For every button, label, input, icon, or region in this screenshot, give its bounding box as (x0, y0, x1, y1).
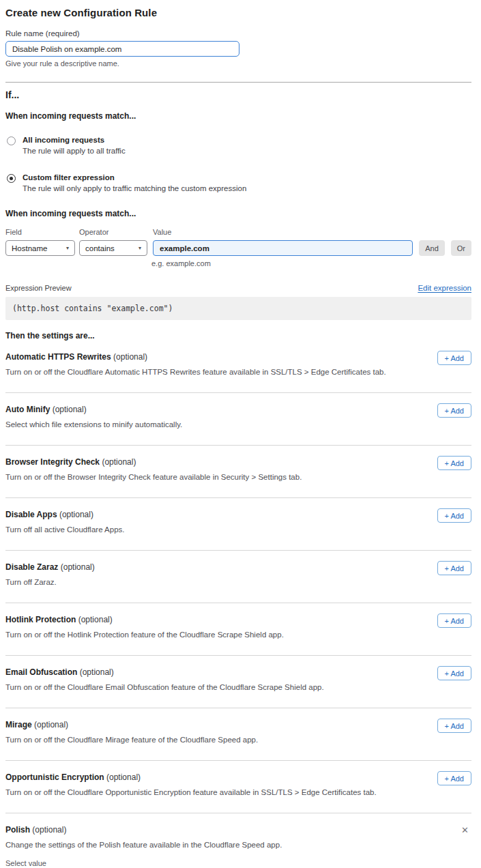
optional-tag: (optional) (102, 457, 136, 467)
setting-description: Turn on or off the Hotlink Protection fe… (5, 631, 284, 639)
add-button[interactable]: + Add (437, 771, 471, 785)
divider (5, 82, 471, 83)
add-button[interactable]: + Add (437, 613, 471, 628)
optional-tag: (optional) (113, 352, 147, 362)
radio-checked-icon[interactable] (7, 174, 16, 183)
optional-tag: (optional) (59, 510, 93, 519)
setting-description: Turn on or off the Cloudflare Opportunis… (5, 788, 377, 796)
setting-title: Browser Integrity Check (5, 457, 100, 467)
edit-expression-link[interactable]: Edit expression (418, 284, 471, 292)
add-button[interactable]: + Add (437, 403, 471, 418)
expression-preview-box: (http.host contains "example.com") (5, 297, 471, 320)
field-select-value: Hostname (12, 244, 47, 252)
value-label: Value (153, 228, 413, 236)
field-select[interactable]: Hostname ▾ (5, 240, 75, 256)
rule-name-input[interactable] (5, 41, 239, 57)
radio-option-custom-filter[interactable]: Custom filter expression The rule will o… (5, 173, 471, 192)
operator-label: Operator (79, 228, 147, 236)
setting-description: Select which file extensions to minify a… (5, 420, 182, 429)
setting-description: Turn off all active Cloudflare Apps. (5, 525, 125, 534)
setting-title: Hotlink Protection (5, 615, 76, 624)
optional-tag: (optional) (106, 772, 141, 782)
add-button[interactable]: + Add (437, 351, 471, 365)
setting-title: Disable Apps (5, 510, 57, 519)
setting-mirage: Mirage (optional) Turn on or off the Clo… (5, 708, 471, 760)
setting-auto-minify: Auto Minify (optional) Select which file… (5, 393, 471, 445)
setting-browser-integrity-check: Browser Integrity Check (optional) Turn … (5, 446, 471, 497)
setting-hotlink-protection: Hotlink Protection (optional) Turn on or… (5, 603, 471, 655)
setting-description: Change the settings of the Polish featur… (5, 841, 415, 849)
rule-name-helper: Give your rule a descriptive name. (5, 59, 471, 68)
chevron-down-icon: ▾ (66, 245, 69, 251)
add-button[interactable]: + Add (437, 456, 471, 470)
expression-code: (http.host contains "example.com") (12, 304, 173, 313)
setting-title: Email Obfuscation (5, 667, 77, 677)
optional-tag: (optional) (53, 405, 87, 414)
setting-opportunistic-encryption: Opportunistic Encryption (optional) Turn… (5, 761, 471, 813)
setting-description: Turn on or off the Cloudflare Automatic … (5, 368, 386, 376)
add-button[interactable]: + Add (437, 666, 471, 680)
expression-builder-row: Field Hostname ▾ Operator contains ▾ Val… (5, 228, 471, 256)
and-button[interactable]: And (419, 240, 445, 256)
add-button[interactable]: + Add (437, 719, 471, 733)
optional-tag: (optional) (78, 615, 113, 624)
radio-label: Custom filter expression (23, 173, 246, 182)
setting-description: Turn on or off the Cloudflare Email Obfu… (5, 683, 324, 691)
or-button[interactable]: Or (451, 240, 471, 256)
page-title: Create new Configuration Rule (5, 7, 471, 18)
add-button[interactable]: + Add (437, 508, 471, 523)
setting-title: Auto Minify (5, 405, 50, 414)
expression-builder-heading: When incoming requests match... (5, 209, 471, 218)
chevron-down-icon: ▾ (139, 245, 141, 251)
radio-unchecked-icon[interactable] (7, 136, 16, 145)
add-button[interactable]: + Add (437, 561, 471, 575)
if-heading: If... (5, 89, 471, 100)
optional-tag: (optional) (61, 562, 95, 572)
operator-select[interactable]: contains ▾ (79, 240, 147, 256)
value-input[interactable] (153, 240, 413, 256)
optional-tag: (optional) (32, 825, 66, 835)
setting-title: Disable Zaraz (5, 562, 58, 572)
rule-name-label: Rule name (required) (5, 29, 471, 38)
select-value-label: Select value (5, 859, 415, 867)
setting-polish: Polish (optional) Change the settings of… (5, 813, 471, 868)
setting-description: Turn on or off the Cloudflare Mirage fea… (5, 736, 258, 744)
setting-title: Opportunistic Encryption (5, 772, 104, 782)
radio-label: All incoming requests (23, 136, 126, 144)
radio-option-all-incoming[interactable]: All incoming requests The rule will appl… (5, 136, 471, 155)
setting-disable-zaraz: Disable Zaraz (optional) Turn off Zaraz.… (5, 551, 471, 603)
value-helper: e.g. example.com (151, 259, 471, 267)
operator-select-value: contains (85, 244, 115, 252)
setting-automatic-https-rewrites: Automatic HTTPS Rewrites (optional) Turn… (5, 341, 471, 392)
close-icon[interactable]: ✕ (461, 826, 469, 835)
setting-disable-apps: Disable Apps (optional) Turn off all act… (5, 498, 471, 550)
optional-tag: (optional) (80, 667, 114, 677)
setting-title: Automatic HTTPS Rewrites (5, 352, 111, 362)
setting-email-obfuscation: Email Obfuscation (optional) Turn on or … (5, 656, 471, 708)
expression-preview-label: Expression Preview (5, 284, 72, 292)
setting-description: Turn off Zaraz. (5, 578, 95, 586)
radio-description: The rule will only apply to traffic matc… (23, 184, 246, 192)
then-settings-heading: Then the settings are... (5, 331, 471, 341)
setting-description: Turn on or off the Browser Integrity Che… (5, 473, 302, 481)
field-label: Field (5, 228, 75, 236)
incoming-requests-subheading: When incoming requests match... (5, 111, 471, 121)
radio-description: The rule will apply to all traffic (23, 147, 126, 155)
setting-title: Mirage (5, 720, 32, 729)
setting-title: Polish (5, 825, 30, 835)
optional-tag: (optional) (34, 720, 68, 729)
